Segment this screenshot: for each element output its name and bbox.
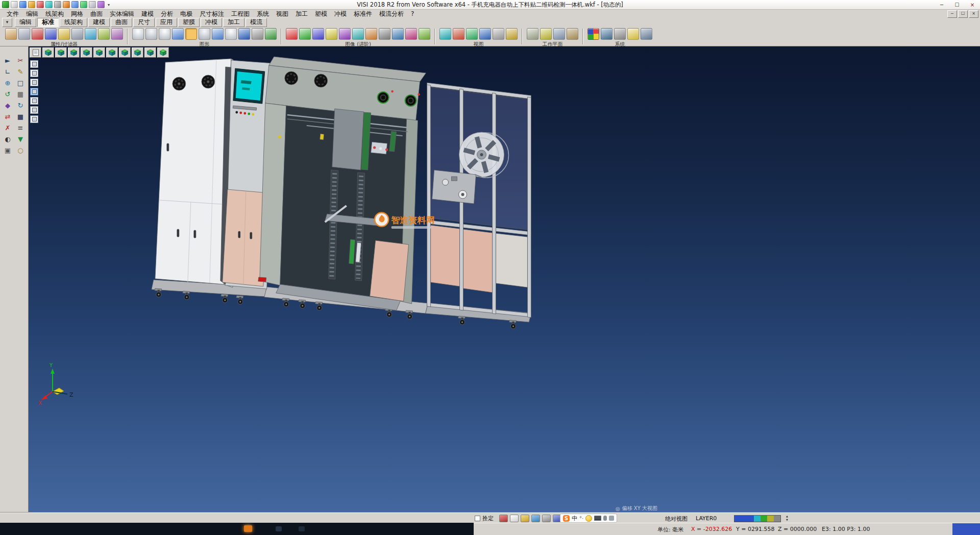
toolbar-icon[interactable] bbox=[627, 28, 639, 40]
toolbar-icon[interactable] bbox=[453, 28, 464, 40]
toolbar-icon[interactable] bbox=[18, 28, 30, 40]
minimize-button[interactable]: ─ bbox=[934, 0, 949, 9]
visi-app-icon[interactable] bbox=[2, 1, 9, 8]
toolbar-icon[interactable] bbox=[98, 28, 110, 40]
toolbar-icon[interactable] bbox=[601, 28, 612, 40]
macro-icon[interactable] bbox=[97, 1, 105, 8]
menu-system[interactable]: 系统 bbox=[253, 10, 273, 18]
taskbar-icon[interactable] bbox=[299, 526, 305, 531]
sketch-icon[interactable]: ✎ bbox=[15, 67, 26, 77]
solid-icon[interactable]: ◆ bbox=[2, 101, 13, 110]
settings-icon[interactable] bbox=[54, 1, 61, 8]
snap-target-icon[interactable]: ⊕ bbox=[2, 78, 13, 88]
maximize-button[interactable]: ☐ bbox=[949, 0, 965, 9]
grid-icon[interactable]: ▦ bbox=[15, 89, 26, 99]
toolbar-icon[interactable] bbox=[553, 28, 565, 40]
toolbar-icon[interactable] bbox=[540, 28, 552, 40]
menu-solid-edit[interactable]: 实体编辑 bbox=[106, 10, 138, 18]
toolbar-icon[interactable] bbox=[419, 28, 430, 40]
toolbar-icon[interactable] bbox=[312, 28, 324, 40]
menu-progress[interactable]: 冲模 bbox=[331, 10, 350, 18]
tab-dimension[interactable]: 尺寸 bbox=[133, 18, 155, 27]
tab-progress[interactable]: 冲模 bbox=[201, 18, 222, 27]
menu-wireframe[interactable]: 线架构 bbox=[42, 10, 67, 18]
menu-help[interactable]: ? bbox=[407, 10, 418, 18]
tab-surface[interactable]: 曲面 bbox=[111, 18, 132, 27]
child-minimize-button[interactable]: ─ bbox=[947, 10, 957, 18]
toolbar-icon[interactable] bbox=[71, 28, 83, 40]
snap-lock-toggle[interactable]: 拴定 bbox=[475, 515, 494, 522]
toolbar-icon[interactable] bbox=[479, 28, 491, 40]
virtual-keyboard-icon[interactable] bbox=[594, 516, 601, 521]
toolbar-icon[interactable] bbox=[379, 28, 390, 40]
toolbar-icon[interactable] bbox=[145, 28, 157, 40]
menu-drawing[interactable]: 工程图 bbox=[228, 10, 253, 18]
toolbar-icon[interactable] bbox=[159, 28, 170, 40]
toolbar-icon-active[interactable] bbox=[185, 28, 197, 40]
view-cube-shaded-button[interactable] bbox=[157, 47, 169, 58]
toolbar-icon[interactable] bbox=[238, 28, 250, 40]
circle-icon[interactable]: ○ bbox=[15, 145, 26, 155]
toolbar-icon[interactable] bbox=[212, 28, 224, 40]
rotate-ccw-icon[interactable]: ↺ bbox=[2, 89, 13, 99]
menu-dimension[interactable]: 尺寸标注 bbox=[196, 10, 228, 18]
view-cube-button[interactable] bbox=[42, 47, 54, 58]
panel-icon[interactable]: ▣ bbox=[2, 145, 13, 155]
color-segment[interactable] bbox=[767, 516, 774, 522]
view-cube-button[interactable] bbox=[68, 47, 80, 58]
toolbar-icon[interactable] bbox=[299, 28, 311, 40]
microphone-icon[interactable] bbox=[603, 516, 607, 521]
toolbar-icon[interactable] bbox=[32, 28, 43, 40]
rectangle-icon[interactable]: □ bbox=[15, 78, 26, 88]
tab-application[interactable]: 应用 bbox=[156, 18, 177, 27]
status-icon[interactable] bbox=[521, 515, 529, 522]
view-cube-button[interactable] bbox=[55, 47, 67, 58]
status-icon[interactable] bbox=[499, 515, 508, 522]
tab-standard[interactable]: 标准 bbox=[37, 18, 59, 27]
list-icon[interactable]: ≡ bbox=[15, 123, 26, 133]
view-cube-button[interactable] bbox=[93, 47, 105, 58]
toolbar-icon[interactable] bbox=[45, 28, 57, 40]
menu-analysis[interactable]: 分析 bbox=[157, 10, 177, 18]
sogou-logo-icon[interactable]: S bbox=[563, 515, 570, 522]
measure-icon[interactable] bbox=[80, 1, 87, 8]
viewport-3d[interactable]: 智造资料网 Y X Z ◎ 偏移 X bbox=[29, 46, 980, 513]
filter-button[interactable] bbox=[30, 115, 38, 123]
ime-punctuation-indicator[interactable]: °· bbox=[579, 516, 583, 521]
menu-file[interactable]: 文件 bbox=[3, 10, 22, 18]
toolbar-icon[interactable] bbox=[527, 28, 538, 40]
menu-surface[interactable]: 曲面 bbox=[87, 10, 106, 18]
filter-button[interactable] bbox=[30, 60, 38, 68]
machine-model[interactable] bbox=[152, 57, 531, 329]
toolbar-icon[interactable] bbox=[641, 28, 652, 40]
toolbar-icon[interactable] bbox=[365, 28, 377, 40]
toolbar-icon[interactable] bbox=[392, 28, 404, 40]
snap-lock-checkbox[interactable] bbox=[475, 516, 480, 521]
menu-standard-parts[interactable]: 标准件 bbox=[350, 10, 376, 18]
filter-button[interactable] bbox=[30, 69, 38, 77]
layers-icon[interactable] bbox=[89, 1, 96, 8]
toolbar-icon[interactable] bbox=[85, 28, 96, 40]
toolbar-icon[interactable] bbox=[132, 28, 144, 40]
toolbar-icon[interactable] bbox=[339, 28, 351, 40]
toolbar-icon[interactable] bbox=[252, 28, 263, 40]
trim-icon[interactable]: ✂ bbox=[15, 56, 26, 65]
toolbar-icon[interactable] bbox=[58, 28, 70, 40]
toolbar-icon[interactable] bbox=[199, 28, 210, 40]
view-cube-button[interactable] bbox=[81, 47, 92, 58]
status-icon[interactable] bbox=[542, 515, 551, 522]
tab-flow[interactable]: 模流 bbox=[246, 18, 267, 27]
swap-icon[interactable]: ⇄ bbox=[2, 112, 13, 121]
spinner-down-icon[interactable]: ▼ bbox=[786, 518, 788, 522]
menu-mesh[interactable]: 网格 bbox=[67, 10, 87, 18]
ime-lang-indicator[interactable]: 中 bbox=[572, 515, 577, 522]
color-segment[interactable] bbox=[761, 516, 767, 522]
triangle-icon[interactable]: ▼ bbox=[15, 134, 26, 144]
tab-modeling[interactable]: 建模 bbox=[88, 18, 110, 27]
ime-settings-icon[interactable] bbox=[609, 516, 614, 521]
preview-icon[interactable] bbox=[45, 1, 53, 8]
save-icon[interactable] bbox=[28, 1, 35, 8]
open-file-icon[interactable] bbox=[19, 1, 27, 8]
layer-color-bar[interactable] bbox=[734, 515, 781, 522]
filter-button[interactable] bbox=[30, 106, 38, 114]
